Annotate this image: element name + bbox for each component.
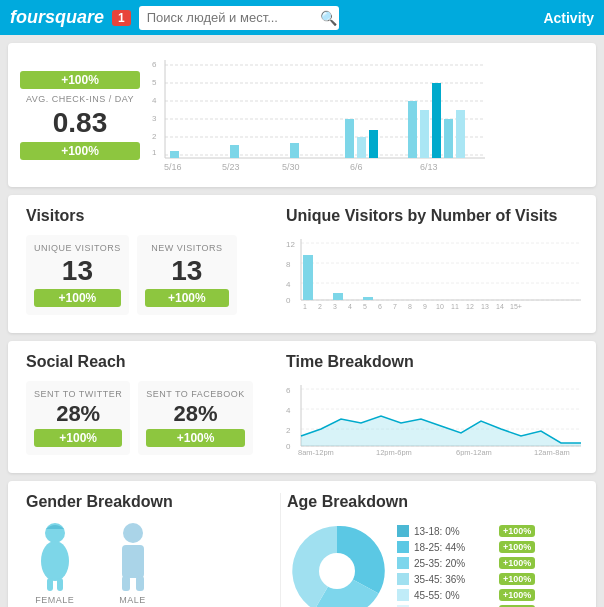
breakdown-title: Time Breakdown xyxy=(286,353,586,371)
svg-text:4: 4 xyxy=(286,406,291,415)
svg-text:8am-12pm: 8am-12pm xyxy=(298,448,334,456)
notification-badge[interactable]: 1 xyxy=(112,10,131,26)
age-legend-item: 35-45: 36%+100% xyxy=(397,573,535,585)
male-label: MALE xyxy=(119,595,146,605)
new-visitors-label: NEW VISITORS xyxy=(151,243,222,253)
new-visitors-value: 13 xyxy=(171,257,202,285)
svg-text:3: 3 xyxy=(333,303,337,310)
unique-visitors-label: UNIQUE VISITORS xyxy=(34,243,121,253)
unique-visitors-badge: +100% xyxy=(34,289,121,307)
checkins-left: +100% AVG. CHECK-INS / DAY 0.83 +100% xyxy=(20,71,140,160)
unique-visitors-chart: 12 8 4 0 xyxy=(286,235,586,310)
svg-rect-16 xyxy=(290,143,299,158)
unique-visitors-value: 13 xyxy=(62,257,93,285)
logo: foursquare xyxy=(10,7,104,28)
svg-text:11: 11 xyxy=(451,303,459,310)
twitter-label: SENT TO TWITTER xyxy=(34,389,122,399)
unique-visitors-box: UNIQUE VISITORS 13 +100% xyxy=(26,235,129,315)
visitors-card: Visitors UNIQUE VISITORS 13 +100% NEW VI… xyxy=(8,195,596,333)
visitors-left-pane: Visitors UNIQUE VISITORS 13 +100% NEW VI… xyxy=(20,207,280,321)
svg-point-81 xyxy=(319,553,355,589)
svg-text:14: 14 xyxy=(496,303,504,310)
svg-rect-14 xyxy=(170,151,179,158)
age-legend-item: 25-35: 20%+100% xyxy=(397,557,535,569)
checkins-value: 0.83 xyxy=(53,109,108,137)
search-input[interactable] xyxy=(147,10,315,25)
checkins-bar-chart: 6 5 4 3 2 1 xyxy=(150,55,490,175)
social-left-pane: Social Reach SENT TO TWITTER 28% +100% S… xyxy=(20,353,280,461)
age-pie-chart xyxy=(287,521,387,607)
female-label: FEMALE xyxy=(35,595,74,605)
checkins-chart: 6 5 4 3 2 1 xyxy=(150,55,584,175)
visitors-stats-row: UNIQUE VISITORS 13 +100% NEW VISITORS 13… xyxy=(26,235,274,315)
female-icon xyxy=(30,521,80,591)
facebook-badge: +100% xyxy=(146,429,245,447)
header-left: foursquare 1 🔍 xyxy=(10,6,339,30)
search-bar[interactable]: 🔍 xyxy=(139,6,339,30)
svg-text:6: 6 xyxy=(286,386,291,395)
gender-figures: FEMALE 88% +100% xyxy=(26,521,274,607)
svg-rect-80 xyxy=(136,576,144,591)
svg-rect-75 xyxy=(47,578,53,591)
social-section-row: Social Reach SENT TO TWITTER 28% +100% S… xyxy=(20,353,584,461)
svg-text:1: 1 xyxy=(303,303,307,310)
twitter-value: 28% xyxy=(56,403,100,425)
age-legend: 13-18: 0%+100%18-25: 44%+100%25-35: 20%+… xyxy=(397,525,535,607)
svg-rect-42 xyxy=(363,297,373,300)
svg-text:5: 5 xyxy=(152,78,157,87)
facebook-value: 28% xyxy=(174,403,218,425)
svg-text:12: 12 xyxy=(286,240,295,249)
search-icon[interactable]: 🔍 xyxy=(320,10,337,26)
social-stats-row: SENT TO TWITTER 28% +100% SENT TO FACEBO… xyxy=(26,381,274,455)
svg-text:2: 2 xyxy=(152,132,157,141)
unique-chart-title: Unique Visitors by Number of Visits xyxy=(286,207,586,225)
checkins-label: AVG. CHECK-INS / DAY xyxy=(26,94,134,104)
svg-text:2: 2 xyxy=(286,426,291,435)
age-legend-item: 13-18: 0%+100% xyxy=(397,525,535,537)
svg-rect-79 xyxy=(122,576,130,591)
gender-title: Gender Breakdown xyxy=(26,493,274,511)
gender-age-row: Gender Breakdown xyxy=(20,493,584,607)
main-content: +100% AVG. CHECK-INS / DAY 0.83 +100% 6 … xyxy=(0,35,604,607)
social-right-pane: Time Breakdown 6 4 2 0 xyxy=(280,353,592,461)
social-title: Social Reach xyxy=(26,353,274,371)
svg-point-74 xyxy=(41,541,69,581)
svg-rect-18 xyxy=(357,137,366,158)
age-legend-item: 18-25: 44%+100% xyxy=(397,541,535,553)
svg-text:0: 0 xyxy=(286,296,291,305)
svg-text:4: 4 xyxy=(286,280,291,289)
checkins-card: +100% AVG. CHECK-INS / DAY 0.83 +100% 6 … xyxy=(8,43,596,187)
svg-rect-76 xyxy=(57,578,63,591)
male-figure: MALE 12% +100% xyxy=(104,521,162,607)
header: foursquare 1 🔍 Activity xyxy=(0,0,604,35)
svg-text:2: 2 xyxy=(318,303,322,310)
activity-button[interactable]: Activity xyxy=(543,10,594,26)
female-figure: FEMALE 88% +100% xyxy=(26,521,84,607)
svg-text:5/16: 5/16 xyxy=(164,162,182,172)
svg-rect-15 xyxy=(230,145,239,158)
time-breakdown-chart: 6 4 2 0 8am-12pm xyxy=(286,381,586,456)
svg-rect-24 xyxy=(456,110,465,158)
gender-pane: Gender Breakdown xyxy=(20,493,280,607)
visitors-section-row: Visitors UNIQUE VISITORS 13 +100% NEW VI… xyxy=(20,207,584,321)
svg-text:6: 6 xyxy=(152,60,157,69)
svg-text:10: 10 xyxy=(436,303,444,310)
new-visitors-box: NEW VISITORS 13 +100% xyxy=(137,235,237,315)
svg-rect-22 xyxy=(432,83,441,158)
facebook-label: SENT TO FACEBOOK xyxy=(146,389,245,399)
svg-rect-21 xyxy=(420,110,429,158)
age-legend-item: 45-55: 0%+100% xyxy=(397,589,535,601)
facebook-box: SENT TO FACEBOOK 28% +100% xyxy=(138,381,253,455)
svg-text:4: 4 xyxy=(348,303,352,310)
svg-text:6: 6 xyxy=(378,303,382,310)
age-title: Age Breakdown xyxy=(287,493,578,511)
checkins-badge-top: +100% xyxy=(20,71,140,89)
svg-rect-40 xyxy=(303,255,313,300)
svg-text:8: 8 xyxy=(286,260,291,269)
twitter-box: SENT TO TWITTER 28% +100% xyxy=(26,381,130,455)
svg-rect-19 xyxy=(369,130,378,158)
age-content: 13-18: 0%+100%18-25: 44%+100%25-35: 20%+… xyxy=(287,521,578,607)
svg-rect-23 xyxy=(444,119,453,158)
svg-text:4: 4 xyxy=(152,96,157,105)
svg-rect-78 xyxy=(122,545,144,578)
